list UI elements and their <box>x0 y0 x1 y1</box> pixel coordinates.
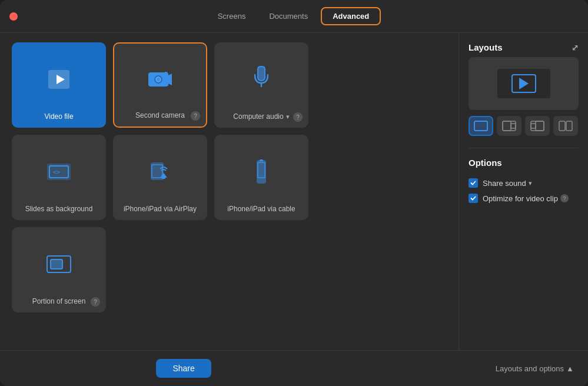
layouts-options-arrow: ▲ <box>566 364 574 373</box>
share-sound-caret[interactable]: ▾ <box>529 179 532 187</box>
svg-marker-5 <box>168 74 172 85</box>
options-title: Options <box>469 158 579 168</box>
video-file-label: Video file <box>14 112 104 121</box>
layout-buttons <box>469 116 579 136</box>
optimize-video-label: Optimize for video clip <box>483 194 558 203</box>
computer-audio-help[interactable]: ? <box>293 112 303 122</box>
share-sound-checkbox[interactable] <box>469 178 478 188</box>
bottom-bar: Share Layouts and options ▲ <box>0 350 588 386</box>
svg-rect-24 <box>474 121 487 131</box>
svg-rect-27 <box>511 124 516 128</box>
divider <box>469 148 579 148</box>
layout-btn-pip-left[interactable] <box>525 116 550 136</box>
main-content: Video file Second camera ? <box>0 33 588 350</box>
grid-row-3: Portion of screen ? <box>12 227 447 312</box>
main-window: Screens Documents Advanced Video file <box>0 0 588 386</box>
grid-row-1: Video file Second camera ? <box>12 42 447 128</box>
grid-row-2: <> Slides as background iPho <box>12 135 447 220</box>
svg-rect-31 <box>559 121 565 131</box>
tabs-bar: Screens Documents Advanced <box>207 7 381 25</box>
svg-rect-32 <box>566 121 572 131</box>
layout-btn-pip-right[interactable] <box>497 116 521 136</box>
computer-audio-label: Computer audio <box>233 112 283 121</box>
layouts-title: Layouts <box>469 42 503 52</box>
second-camera-help[interactable]: ? <box>191 111 200 121</box>
layout-btn-single[interactable] <box>469 116 493 136</box>
optimize-video-text-row: Optimize for video clip ? <box>483 194 569 203</box>
share-sound-text-row: Share sound ▾ <box>483 179 532 188</box>
options-label: Options <box>469 158 502 168</box>
grid-item-slides[interactable]: <> Slides as background <box>12 135 106 220</box>
grid-item-video-file[interactable]: Video file <box>12 42 106 128</box>
computer-audio-caret[interactable]: ▾ <box>286 113 290 121</box>
layout-preview[interactable] <box>469 57 579 110</box>
optimize-video-checkbox[interactable] <box>469 194 478 203</box>
svg-rect-14 <box>162 178 165 179</box>
svg-rect-28 <box>531 121 544 131</box>
optimize-video-help[interactable]: ? <box>560 194 569 202</box>
close-button[interactable] <box>9 12 18 21</box>
portion-help[interactable]: ? <box>91 297 100 307</box>
tab-documents[interactable]: Documents <box>258 7 318 25</box>
layouts-section-title: Layouts ⤢ <box>469 42 579 52</box>
grid-panel: Video file Second camera ? <box>0 33 459 350</box>
tab-screens[interactable]: Screens <box>207 7 257 25</box>
grid-item-portion[interactable]: Portion of screen ? <box>12 227 106 312</box>
svg-point-4 <box>156 77 161 82</box>
svg-rect-25 <box>503 121 516 131</box>
grid-item-cable[interactable]: iPhone/iPad via cable <box>214 135 308 220</box>
top-bar: Screens Documents Advanced <box>0 0 588 33</box>
tab-advanced[interactable]: Advanced <box>321 7 381 25</box>
right-panel: Layouts ⤢ <box>459 33 588 350</box>
option-share-sound[interactable]: Share sound ▾ <box>469 178 579 188</box>
layouts-section: Layouts ⤢ <box>469 42 579 138</box>
grid-item-airplay[interactable]: iPhone/iPad via AirPlay <box>113 135 207 220</box>
share-button[interactable]: Share <box>156 359 211 378</box>
svg-rect-26 <box>503 121 511 131</box>
cable-label: iPhone/iPad via cable <box>217 205 306 213</box>
share-sound-label: Share sound <box>483 179 526 188</box>
layouts-options-label: Layouts and options <box>496 364 564 373</box>
airplay-label: iPhone/iPad via AirPlay <box>115 205 205 213</box>
slides-label: Slides as background <box>14 205 104 213</box>
grid-item-computer-audio[interactable]: Computer audio ▾ ? <box>214 42 308 128</box>
grid-item-second-camera[interactable]: Second camera ? <box>113 42 207 128</box>
options-section: Options Share sound ▾ <box>469 158 579 203</box>
svg-rect-30 <box>531 124 536 128</box>
layouts-options-link[interactable]: Layouts and options ▲ <box>496 364 574 373</box>
svg-rect-29 <box>536 121 544 131</box>
svg-point-6 <box>164 72 168 75</box>
svg-rect-17 <box>260 159 263 161</box>
svg-text:<>: <> <box>53 169 60 175</box>
svg-rect-19 <box>51 259 62 269</box>
layout-btn-split[interactable] <box>553 116 578 136</box>
option-optimize-video[interactable]: Optimize for video clip ? <box>469 194 579 203</box>
expand-icon[interactable]: ⤢ <box>572 43 579 52</box>
